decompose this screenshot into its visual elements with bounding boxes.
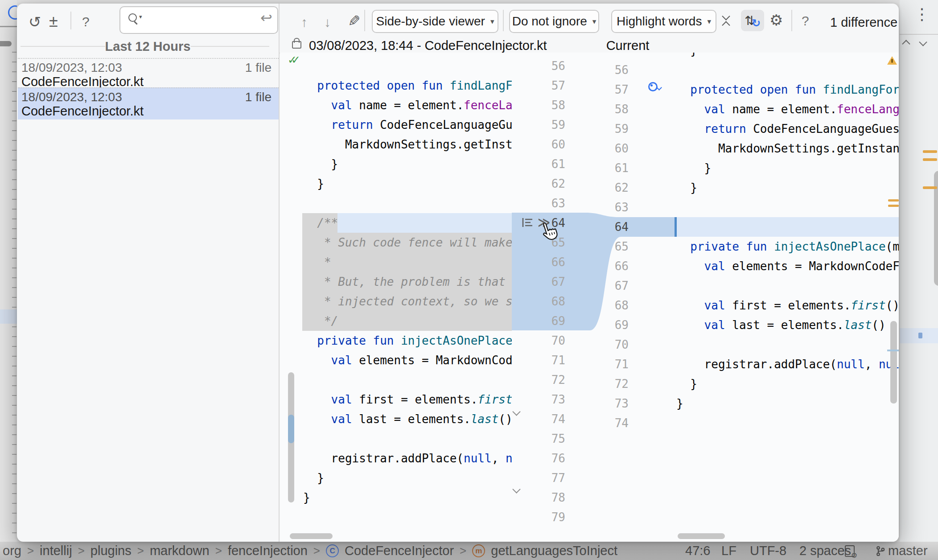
divider	[791, 10, 792, 31]
breadcrumb-item[interactable]: getLanguagesToInject	[491, 544, 617, 558]
divider	[900, 34, 938, 35]
code-line-70: private fun injectAsOnePlace	[280, 331, 512, 350]
prev-occurrence-icon[interactable]	[902, 40, 910, 48]
git-branch[interactable]: master	[876, 542, 928, 560]
next-difference-button[interactable]: ↓	[324, 15, 331, 30]
indent-setting[interactable]: 2 spaces	[799, 542, 851, 560]
code-line-66: val elements = MarkdownCodeFence	[675, 256, 899, 276]
line-number: 70	[539, 331, 565, 350]
diff-gutter: 5657585960616263646566676869707172737475…	[512, 53, 675, 542]
status-bar: org > intellij > plugins > markdown > fe…	[0, 542, 938, 560]
line-number: 76	[539, 449, 565, 468]
show-diff-button[interactable]: ±	[49, 13, 58, 29]
code-line-71: registrar.addPlace(null, null	[675, 354, 899, 374]
revision-file-count: 1 file	[245, 61, 272, 75]
search-icon	[128, 13, 137, 22]
line-number: 72	[602, 374, 629, 394]
code-line-65: * Such code fence will make	[280, 233, 512, 252]
right-horizontal-scrollbar[interactable]	[678, 533, 725, 539]
line-number: 63	[602, 198, 629, 217]
search-options-caret-icon[interactable]: ▾	[139, 13, 142, 20]
code-line-62: }	[675, 178, 899, 198]
search-input[interactable]	[146, 9, 255, 30]
collapse-unchanged-button[interactable]	[722, 12, 734, 29]
right-vertical-scrollbar[interactable]	[890, 321, 897, 404]
line-number: 78	[539, 488, 565, 507]
warning-stripe-mark[interactable]	[923, 186, 937, 189]
revision-row[interactable]: 18/09/2023, 12:03 1 file CodeFenceInject…	[18, 58, 279, 88]
code-line-68: val first = elements.first()	[675, 296, 899, 315]
right-editor-pane[interactable]: } protected open fun findLangForInjectio…	[675, 53, 899, 542]
left-revision-title: 03/08/2023, 18:44 - CodeFenceInjector.kt	[309, 38, 547, 53]
difference-count: 1 difference	[830, 15, 897, 30]
lock-icon	[292, 41, 301, 49]
background-line-numbers	[12, 52, 16, 533]
next-occurrence-icon[interactable]	[919, 38, 927, 46]
revision-file-count: 1 file	[245, 90, 272, 104]
code-line-61: }	[675, 158, 899, 178]
code-line-69: */	[280, 311, 512, 331]
align-changes-icon[interactable]	[522, 217, 533, 228]
breadcrumb-item[interactable]: markdown	[150, 544, 210, 558]
background-editor-right-strip: ⋮	[900, 0, 938, 542]
indent-config-icon[interactable]: ⚙	[845, 542, 856, 560]
local-history-dialog: ↺ ± ? ▾ ↩ Last 12 Hours 18/09/2023, 12:0…	[17, 4, 899, 542]
code-line-76: registrar.addPlace(null, n	[280, 449, 512, 468]
revert-button[interactable]: ↺	[29, 14, 41, 29]
line-number: 77	[539, 468, 565, 488]
fold-chevron-icon[interactable]	[512, 408, 520, 416]
editor-options-kebab-icon[interactable]: ⋮	[914, 6, 930, 22]
line-number: 58	[602, 99, 629, 119]
warning-triangle-icon[interactable]	[887, 56, 897, 65]
stripe-change-mark[interactable]	[888, 205, 899, 207]
gear-icon[interactable]: ⚙	[769, 12, 783, 28]
breadcrumb-separator: >	[78, 544, 85, 558]
line-number: 56	[602, 60, 629, 80]
highlight-mode-dropdown[interactable]: Highlight words▾	[611, 10, 716, 33]
code-line-59: return CodeFenceLanguageGuesser	[675, 119, 899, 139]
code-line-72: }	[675, 374, 899, 394]
previous-difference-button[interactable]: ↑	[301, 15, 308, 30]
warning-stripe-mark[interactable]	[923, 150, 937, 153]
viewer-mode-dropdown[interactable]: Side-by-side viewer▾	[372, 10, 498, 33]
line-number: 59	[539, 115, 565, 135]
warning-stripe-mark[interactable]	[923, 158, 937, 161]
breadcrumb-item[interactable]: CodeFenceInjector	[345, 544, 454, 558]
help-button[interactable]: ?	[82, 15, 90, 29]
stripe-caret-mark	[918, 333, 922, 338]
left-horizontal-scrollbar[interactable]	[290, 533, 333, 539]
code-line-67: * But, the problem is that	[280, 272, 512, 292]
method-icon: m	[472, 544, 485, 557]
synchronize-scrolling-toggle[interactable]: ⇅ ↻	[741, 10, 764, 31]
breadcrumb-item[interactable]: fenceInjection	[228, 544, 308, 558]
whitespace-policy-dropdown[interactable]: Do not ignore▾	[509, 10, 599, 33]
stripe-change-mark[interactable]	[888, 199, 899, 202]
line-number: 71	[539, 350, 565, 370]
line-number: 69	[539, 311, 565, 331]
help-button[interactable]: ?	[802, 14, 809, 28]
breadcrumb-item[interactable]: intellij	[40, 544, 72, 558]
right-revision-title: Current	[585, 38, 670, 53]
caret-position[interactable]: 47:6	[685, 542, 710, 560]
line-ending[interactable]: LF	[721, 542, 736, 560]
class-icon: C	[326, 544, 339, 557]
code-line-59: return CodeFenceLanguageGuesser	[280, 115, 512, 135]
line-number: 64	[602, 217, 629, 237]
inserted-line-highlight	[675, 217, 899, 237]
code-line-60: MarkdownSettings.getInstance	[675, 139, 899, 158]
code-line-64: /**	[280, 213, 512, 233]
line-number: 73	[539, 390, 565, 409]
revision-row-selected[interactable]: 18/09/2023, 12:03 1 file CodeFenceInject…	[18, 87, 279, 119]
fold-chevron-icon[interactable]	[512, 485, 520, 493]
encoding[interactable]: UTF-8	[750, 542, 786, 560]
breadcrumb-item[interactable]: org	[3, 544, 21, 558]
edit-source-button[interactable]: ✎	[348, 13, 361, 29]
code-line-61: }	[280, 154, 512, 174]
breadcrumb-item[interactable]: plugins	[91, 544, 132, 558]
left-editor-pane[interactable]: protected open fun findLangForInjection …	[280, 53, 512, 542]
line-number: 74	[602, 413, 629, 433]
revision-date: 18/09/2023, 12:03	[21, 61, 122, 75]
search-box[interactable]: ▾	[119, 6, 278, 34]
line-number: 60	[539, 135, 565, 154]
breadcrumb-separator: >	[215, 544, 222, 558]
